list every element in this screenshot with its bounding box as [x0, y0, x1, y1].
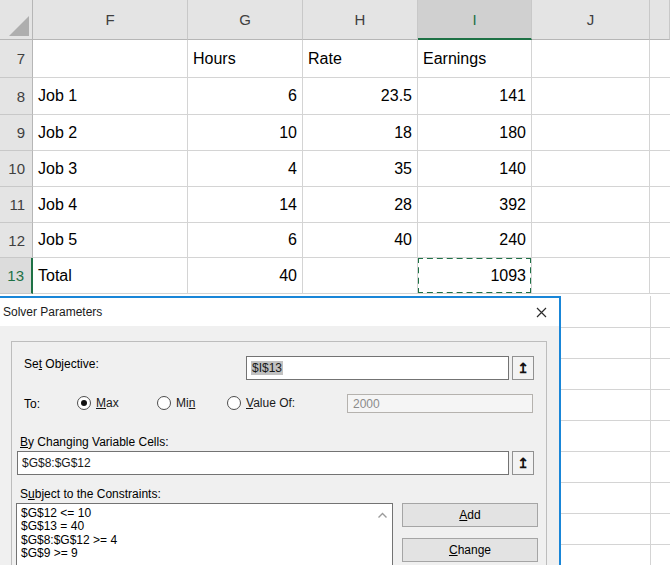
by-changing-cells-label: By Changing Variable Cells:	[20, 435, 169, 449]
solver-parameters-dialog: Solver Parameters Set Objective: $I$13 ↥…	[0, 296, 561, 565]
cell-I7[interactable]: Earnings	[418, 40, 532, 78]
radio-max[interactable]	[77, 396, 91, 410]
cell-F12[interactable]: Job 5	[33, 223, 188, 258]
close-button[interactable]	[525, 298, 557, 326]
collapse-dialog-icon: ↥	[517, 360, 529, 376]
min-radio-group: Min	[157, 396, 195, 410]
cell-K13[interactable]	[650, 258, 670, 294]
column-header-h[interactable]: H	[303, 0, 418, 40]
row-header-8[interactable]: 8	[0, 78, 33, 115]
row-header-10[interactable]: 10	[0, 151, 33, 187]
add-button[interactable]: Add	[402, 503, 538, 527]
cell-G13[interactable]: 40	[188, 258, 303, 294]
cell-F9[interactable]: Job 2	[33, 115, 188, 151]
cell-F7[interactable]	[33, 40, 188, 78]
cell-H10[interactable]: 35	[303, 151, 418, 187]
cell-I8[interactable]: 141	[418, 78, 532, 115]
value-of-input[interactable]: 2000	[347, 394, 533, 413]
constraint-item[interactable]: $G$13 = 40	[21, 520, 392, 533]
cell-K12[interactable]	[650, 223, 670, 258]
cell-I9[interactable]: 180	[418, 115, 532, 151]
cell-F10[interactable]: Job 3	[33, 151, 188, 187]
column-header-j[interactable]: J	[532, 0, 650, 40]
select-all-triangle-icon	[9, 16, 29, 36]
cell-G9[interactable]: 10	[188, 115, 303, 151]
cell-G12[interactable]: 6	[188, 223, 303, 258]
radio-min[interactable]	[157, 396, 171, 410]
cell-J11[interactable]	[532, 187, 650, 223]
cell-K7[interactable]	[650, 40, 670, 78]
cell-H8[interactable]: 23.5	[303, 78, 418, 115]
column-header-row: F G H I J	[0, 0, 670, 40]
value-of-label: Value Of:	[246, 396, 295, 410]
set-objective-input[interactable]: $I$13	[246, 356, 509, 380]
changing-range-selector-button[interactable]: ↥	[512, 451, 534, 475]
cell-I12[interactable]: 240	[418, 223, 532, 258]
constraint-item[interactable]: $G$12 <= 10	[21, 507, 392, 520]
objective-range-selector-button[interactable]: ↥	[512, 356, 534, 380]
cell-K8[interactable]	[650, 78, 670, 115]
grid-continuation	[561, 296, 670, 565]
set-objective-label: Set Objective:	[24, 357, 99, 371]
close-icon	[536, 307, 547, 318]
cell-J10[interactable]	[532, 151, 650, 187]
cell-H9[interactable]: 18	[303, 115, 418, 151]
row-header-9[interactable]: 9	[0, 115, 33, 151]
dialog-title: Solver Parameters	[3, 298, 102, 326]
cell-I10[interactable]: 140	[418, 151, 532, 187]
row-header-7[interactable]: 7	[0, 40, 33, 78]
spreadsheet-grid: F G H I J 7 Hours Rate Earnings 8 Job 1 …	[0, 0, 670, 294]
excel-window: F G H I J 7 Hours Rate Earnings 8 Job 1 …	[0, 0, 670, 565]
column-header-k[interactable]	[650, 0, 670, 40]
cell-K9[interactable]	[650, 115, 670, 151]
cell-J7[interactable]	[532, 40, 650, 78]
cell-H11[interactable]: 28	[303, 187, 418, 223]
row-header-13[interactable]: 13	[0, 258, 33, 294]
constraints-listbox[interactable]: $G$12 <= 10 $G$13 = 40 $G$8:$G$12 >= 4 $…	[16, 503, 393, 565]
row-10: 10 Job 3 4 35 140	[0, 151, 670, 187]
row-11: 11 Job 4 14 28 392	[0, 187, 670, 223]
dialog-titlebar[interactable]: Solver Parameters	[0, 298, 559, 326]
changing-cells-input[interactable]: $G$8:$G$12	[17, 451, 509, 475]
cell-J9[interactable]	[532, 115, 650, 151]
change-button[interactable]: Change	[402, 538, 538, 562]
value-of-radio-group: Value Of:	[227, 396, 295, 410]
radio-value-of[interactable]	[227, 396, 241, 410]
cell-K10[interactable]	[650, 151, 670, 187]
cell-G8[interactable]: 6	[188, 78, 303, 115]
row-8: 8 Job 1 6 23.5 141	[0, 78, 670, 115]
cell-J13[interactable]	[532, 258, 650, 294]
constraints-label: Subject to the Constraints:	[20, 487, 161, 501]
row-9: 9 Job 2 10 18 180	[0, 115, 670, 151]
cell-K11[interactable]	[650, 187, 670, 223]
cell-F8[interactable]: Job 1	[33, 78, 188, 115]
cell-F11[interactable]: Job 4	[33, 187, 188, 223]
row-7: 7 Hours Rate Earnings	[0, 40, 670, 78]
cell-I13-value: 1093	[490, 267, 526, 285]
cell-H7[interactable]: Rate	[303, 40, 418, 78]
cell-G11[interactable]: 14	[188, 187, 303, 223]
column-header-g[interactable]: G	[188, 0, 303, 40]
cell-I13-selected[interactable]: 1093	[418, 258, 532, 294]
row-13: 13 Total 40 1093	[0, 258, 670, 294]
scrollbar-up-icon[interactable]	[377, 508, 388, 522]
column-header-i[interactable]: I	[418, 0, 532, 40]
cell-F13[interactable]: Total	[33, 258, 188, 294]
cell-J12[interactable]	[532, 223, 650, 258]
column-header-f[interactable]: F	[33, 0, 188, 40]
row-header-11[interactable]: 11	[0, 187, 33, 223]
cell-H13[interactable]	[303, 258, 418, 294]
objective-selected-text: $I$13	[251, 361, 283, 375]
constraint-item[interactable]: $G$8:$G$12 >= 4	[21, 534, 392, 547]
cell-J8[interactable]	[532, 78, 650, 115]
cell-H12[interactable]: 40	[303, 223, 418, 258]
collapse-dialog-icon: ↥	[517, 455, 529, 471]
constraint-item[interactable]: $G$9 >= 9	[21, 547, 392, 560]
row-header-12[interactable]: 12	[0, 223, 33, 258]
cell-G7[interactable]: Hours	[188, 40, 303, 78]
cell-G10[interactable]: 4	[188, 151, 303, 187]
select-all-corner[interactable]	[0, 0, 33, 40]
to-label: To:	[24, 397, 40, 411]
max-label: Max	[96, 396, 119, 410]
cell-I11[interactable]: 392	[418, 187, 532, 223]
